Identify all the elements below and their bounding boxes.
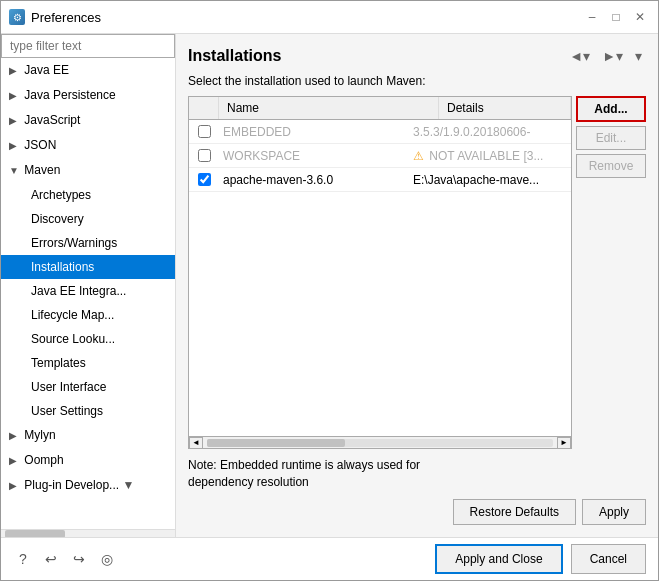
- nav-forward-button[interactable]: ►▾: [598, 46, 627, 66]
- link-icon[interactable]: ◎: [97, 549, 117, 569]
- sidebar-horizontal-scrollbar[interactable]: [1, 529, 175, 537]
- apply-button[interactable]: Apply: [582, 499, 646, 525]
- remove-button[interactable]: Remove: [576, 154, 646, 178]
- help-icon[interactable]: ?: [13, 549, 33, 569]
- scroll-left-arrow[interactable]: ◄: [189, 437, 203, 449]
- close-button[interactable]: ✕: [630, 7, 650, 27]
- apache-maven-name: apache-maven-3.6.0: [219, 171, 409, 189]
- table-horizontal-scrollbar[interactable]: ◄ ►: [189, 436, 571, 448]
- row-checkbox-cell[interactable]: [189, 149, 219, 162]
- sidebar-item-java-ee[interactable]: ▶ Java EE: [1, 58, 175, 83]
- preferences-window: ⚙ Preferences – □ ✕ ▶ Java EE ▶ Java: [0, 0, 659, 581]
- sidebar-item-templates[interactable]: Templates: [1, 351, 175, 375]
- scroll-right-arrow[interactable]: ►: [557, 437, 571, 449]
- more-icon: ▼: [122, 478, 134, 492]
- apache-maven-details: E:\Java\apache-mave...: [409, 171, 571, 189]
- right-panel: Installations ◄▾ ►▾ ▾ Select the install…: [176, 34, 658, 537]
- title-bar: ⚙ Preferences – □ ✕: [1, 1, 658, 34]
- sidebar-item-json[interactable]: ▶ JSON: [1, 133, 175, 158]
- expand-arrow: ▶: [9, 61, 21, 81]
- installations-table: Name Details EMBEDDED 3.5.3/1.9.0.201806…: [188, 96, 572, 449]
- sidebar-item-discovery[interactable]: Discovery: [1, 207, 175, 231]
- edit-button[interactable]: Edit...: [576, 126, 646, 150]
- window-icon: ⚙: [9, 9, 25, 25]
- maximize-button[interactable]: □: [606, 7, 626, 27]
- note-text: Note: Embedded runtime is always used fo…: [188, 457, 646, 491]
- scrollbar-track[interactable]: [207, 439, 553, 447]
- sidebar: ▶ Java EE ▶ Java Persistence ▶ JavaScrip…: [1, 34, 176, 537]
- table-body: EMBEDDED 3.5.3/1.9.0.20180606- WORKSPACE…: [189, 120, 571, 436]
- export-icon[interactable]: ↪: [69, 549, 89, 569]
- scrollbar-thumb: [5, 530, 65, 538]
- panel-subtitle: Select the installation used to launch M…: [188, 74, 646, 88]
- row-checkbox-cell[interactable]: [189, 173, 219, 186]
- row-checkbox-cell[interactable]: [189, 125, 219, 138]
- expand-arrow: ▶: [9, 111, 21, 131]
- expand-arrow: ▼: [9, 161, 21, 181]
- panel-title-row: Installations ◄▾ ►▾ ▾: [188, 46, 646, 66]
- nav-dropdown-button[interactable]: ▾: [631, 46, 646, 66]
- nav-back-button[interactable]: ◄▾: [565, 46, 594, 66]
- expand-arrow: ▶: [9, 476, 21, 496]
- sidebar-item-oomph[interactable]: ▶ Oomph: [1, 448, 175, 473]
- footer-left: ? ↩ ↪ ◎: [13, 549, 117, 569]
- table-header: Name Details: [189, 97, 571, 120]
- minimize-button[interactable]: –: [582, 7, 602, 27]
- sidebar-item-java-ee-integra[interactable]: Java EE Integra...: [1, 279, 175, 303]
- import-icon[interactable]: ↩: [41, 549, 61, 569]
- sidebar-item-installations[interactable]: Installations: [1, 255, 175, 279]
- table-row[interactable]: EMBEDDED 3.5.3/1.9.0.20180606-: [189, 120, 571, 144]
- table-with-buttons: Name Details EMBEDDED 3.5.3/1.9.0.201806…: [188, 96, 646, 449]
- sidebar-item-maven[interactable]: ▼ Maven: [1, 158, 175, 183]
- checkbox-header: [189, 97, 219, 119]
- expand-arrow: ▶: [9, 451, 21, 471]
- apache-maven-checkbox[interactable]: [198, 173, 211, 186]
- expand-arrow: ▶: [9, 136, 21, 156]
- sidebar-item-javascript[interactable]: ▶ JavaScript: [1, 108, 175, 133]
- scrollbar-thumb: [207, 439, 345, 447]
- workspace-name: WORKSPACE: [219, 147, 409, 165]
- sidebar-item-archetypes[interactable]: Archetypes: [1, 183, 175, 207]
- sidebar-item-errors-warnings[interactable]: Errors/Warnings: [1, 231, 175, 255]
- main-content: ▶ Java EE ▶ Java Persistence ▶ JavaScrip…: [1, 34, 658, 537]
- sidebar-item-user-settings[interactable]: User Settings: [1, 399, 175, 423]
- embedded-details: 3.5.3/1.9.0.20180606-: [409, 123, 571, 141]
- sidebar-item-java-persistence[interactable]: ▶ Java Persistence: [1, 83, 175, 108]
- warning-icon: ⚠: [413, 149, 424, 163]
- bottom-buttons-row: Restore Defaults Apply: [188, 499, 646, 525]
- table-row[interactable]: WORKSPACE ⚠ NOT AVAILABLE [3...: [189, 144, 571, 168]
- workspace-checkbox[interactable]: [198, 149, 211, 162]
- tree-area: ▶ Java EE ▶ Java Persistence ▶ JavaScrip…: [1, 58, 175, 529]
- expand-arrow: ▶: [9, 426, 21, 446]
- restore-defaults-button[interactable]: Restore Defaults: [453, 499, 576, 525]
- sidebar-item-plug-in-develop[interactable]: ▶ Plug-in Develop... ▼: [1, 473, 175, 498]
- details-column-header: Details: [439, 97, 571, 119]
- title-controls: – □ ✕: [582, 7, 650, 27]
- footer-right: Apply and Close Cancel: [435, 544, 646, 574]
- embedded-name: EMBEDDED: [219, 123, 409, 141]
- title-bar-left: ⚙ Preferences: [9, 9, 101, 25]
- add-button[interactable]: Add...: [576, 96, 646, 122]
- name-column-header: Name: [219, 97, 439, 119]
- table-row[interactable]: apache-maven-3.6.0 E:\Java\apache-mave..…: [189, 168, 571, 192]
- sidebar-item-user-interface[interactable]: User Interface: [1, 375, 175, 399]
- sidebar-item-source-looku[interactable]: Source Looku...: [1, 327, 175, 351]
- workspace-details: ⚠ NOT AVAILABLE [3...: [409, 147, 571, 165]
- sidebar-item-lifecycle-map[interactable]: Lifecycle Map...: [1, 303, 175, 327]
- sidebar-item-mylyn[interactable]: ▶ Mylyn: [1, 423, 175, 448]
- panel-title-text: Installations: [188, 47, 281, 65]
- cancel-button[interactable]: Cancel: [571, 544, 646, 574]
- footer: ? ↩ ↪ ◎ Apply and Close Cancel: [1, 537, 658, 580]
- apply-and-close-button[interactable]: Apply and Close: [435, 544, 562, 574]
- expand-arrow: ▶: [9, 86, 21, 106]
- right-action-buttons: Add... Edit... Remove: [576, 96, 646, 449]
- panel-nav: ◄▾ ►▾ ▾: [565, 46, 646, 66]
- window-title: Preferences: [31, 10, 101, 25]
- filter-input[interactable]: [1, 34, 175, 58]
- embedded-checkbox[interactable]: [198, 125, 211, 138]
